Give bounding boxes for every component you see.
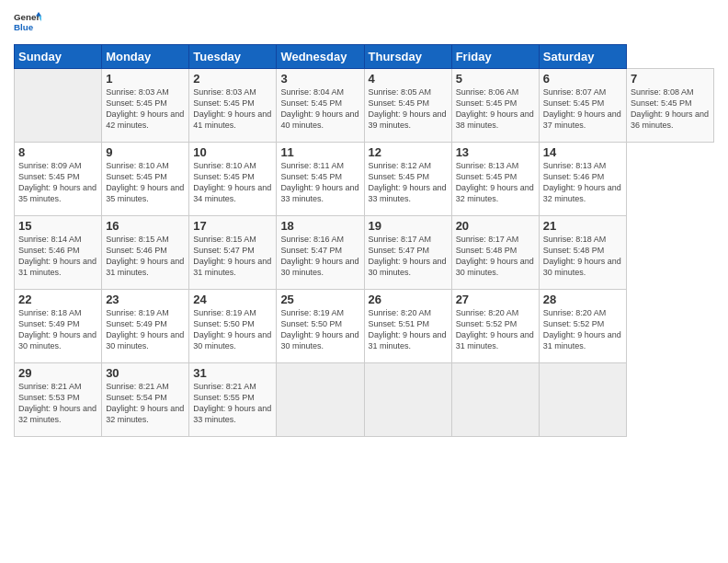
day-number: 26	[369, 293, 448, 306]
page: General Blue SundayMondayTuesdayWednesda…	[0, 0, 728, 563]
day-number: 7	[631, 72, 710, 86]
day-number: 19	[369, 219, 448, 233]
day-cell: 2Sunrise: 8:03 AMSunset: 5:45 PMDaylight…	[189, 69, 277, 143]
col-header-friday: Friday	[451, 45, 539, 69]
day-info: Sunrise: 8:15 AMSunset: 5:47 PMDaylight:…	[193, 234, 272, 279]
day-info: Sunrise: 8:07 AMSunset: 5:45 PMDaylight:…	[543, 86, 622, 132]
svg-text:Blue: Blue	[14, 22, 34, 32]
day-info: Sunrise: 8:19 AMSunset: 5:50 PMDaylight:…	[280, 307, 359, 352]
week-row-0: 1Sunrise: 8:03 AMSunset: 5:45 PMDaylight…	[15, 69, 714, 143]
day-number: 10	[193, 145, 272, 159]
day-cell: 14Sunrise: 8:13 AMSunset: 5:46 PMDayligh…	[539, 143, 626, 216]
day-number: 23	[106, 293, 185, 306]
day-info: Sunrise: 8:10 AMSunset: 5:45 PMDaylight:…	[193, 160, 272, 205]
day-number: 25	[280, 293, 359, 306]
day-cell: 29Sunrise: 8:21 AMSunset: 5:53 PMDayligh…	[15, 363, 102, 437]
day-cell: 4Sunrise: 8:05 AMSunset: 5:45 PMDaylight…	[364, 69, 451, 143]
week-row-4: 29Sunrise: 8:21 AMSunset: 5:53 PMDayligh…	[15, 363, 714, 437]
day-cell: 22Sunrise: 8:18 AMSunset: 5:49 PMDayligh…	[15, 290, 102, 363]
day-number: 12	[369, 145, 448, 159]
day-number: 11	[280, 145, 359, 159]
calendar-table: SundayMondayTuesdayWednesdayThursdayFrid…	[14, 44, 714, 437]
day-number: 24	[193, 293, 272, 306]
day-cell: 13Sunrise: 8:13 AMSunset: 5:45 PMDayligh…	[451, 143, 539, 216]
day-number: 15	[18, 219, 97, 233]
col-header-wednesday: Wednesday	[277, 45, 364, 69]
day-cell: 17Sunrise: 8:15 AMSunset: 5:47 PMDayligh…	[189, 216, 277, 290]
logo: General Blue	[14, 9, 41, 37]
day-cell: 10Sunrise: 8:10 AMSunset: 5:45 PMDayligh…	[189, 143, 277, 216]
day-info: Sunrise: 8:14 AMSunset: 5:46 PMDaylight:…	[18, 234, 97, 279]
col-header-thursday: Thursday	[364, 45, 451, 69]
day-number: 30	[106, 366, 185, 380]
day-info: Sunrise: 8:20 AMSunset: 5:52 PMDaylight:…	[543, 307, 622, 352]
day-cell: 1Sunrise: 8:03 AMSunset: 5:45 PMDaylight…	[102, 69, 189, 143]
day-number: 31	[193, 366, 272, 380]
day-cell	[364, 363, 451, 437]
day-number: 21	[543, 219, 622, 233]
day-cell: 31Sunrise: 8:21 AMSunset: 5:55 PMDayligh…	[189, 363, 277, 437]
day-info: Sunrise: 8:18 AMSunset: 5:48 PMDaylight:…	[543, 234, 622, 279]
day-cell	[277, 363, 364, 437]
col-header-saturday: Saturday	[539, 45, 626, 69]
day-cell: 16Sunrise: 8:15 AMSunset: 5:46 PMDayligh…	[102, 216, 189, 290]
day-cell: 15Sunrise: 8:14 AMSunset: 5:46 PMDayligh…	[15, 216, 102, 290]
week-row-1: 8Sunrise: 8:09 AMSunset: 5:45 PMDaylight…	[15, 143, 714, 216]
day-number: 22	[18, 293, 97, 306]
day-cell: 19Sunrise: 8:17 AMSunset: 5:47 PMDayligh…	[364, 216, 451, 290]
day-cell: 24Sunrise: 8:19 AMSunset: 5:50 PMDayligh…	[189, 290, 277, 363]
day-cell: 30Sunrise: 8:21 AMSunset: 5:54 PMDayligh…	[102, 363, 189, 437]
day-info: Sunrise: 8:17 AMSunset: 5:48 PMDaylight:…	[456, 234, 535, 279]
col-header-monday: Monday	[102, 45, 189, 69]
day-info: Sunrise: 8:20 AMSunset: 5:51 PMDaylight:…	[369, 307, 448, 352]
day-info: Sunrise: 8:08 AMSunset: 5:45 PMDaylight:…	[631, 86, 710, 132]
day-info: Sunrise: 8:20 AMSunset: 5:52 PMDaylight:…	[456, 307, 535, 352]
day-cell: 21Sunrise: 8:18 AMSunset: 5:48 PMDayligh…	[539, 216, 626, 290]
day-number: 29	[18, 366, 97, 380]
empty-cell	[15, 69, 102, 143]
day-number: 4	[369, 72, 448, 86]
day-number: 17	[193, 219, 272, 233]
day-info: Sunrise: 8:03 AMSunset: 5:45 PMDaylight:…	[193, 86, 272, 132]
day-number: 27	[456, 293, 535, 306]
day-info: Sunrise: 8:18 AMSunset: 5:49 PMDaylight:…	[18, 307, 97, 352]
day-number: 16	[106, 219, 185, 233]
day-cell: 7Sunrise: 8:08 AMSunset: 5:45 PMDaylight…	[626, 69, 713, 143]
day-number: 5	[456, 72, 535, 86]
day-cell: 23Sunrise: 8:19 AMSunset: 5:49 PMDayligh…	[102, 290, 189, 363]
day-info: Sunrise: 8:05 AMSunset: 5:45 PMDaylight:…	[369, 86, 448, 132]
col-header-tuesday: Tuesday	[189, 45, 277, 69]
week-row-2: 15Sunrise: 8:14 AMSunset: 5:46 PMDayligh…	[15, 216, 714, 290]
day-cell: 8Sunrise: 8:09 AMSunset: 5:45 PMDaylight…	[15, 143, 102, 216]
day-number: 9	[106, 145, 185, 159]
day-info: Sunrise: 8:21 AMSunset: 5:53 PMDaylight:…	[18, 381, 97, 426]
day-cell	[451, 363, 539, 437]
day-info: Sunrise: 8:16 AMSunset: 5:47 PMDaylight:…	[280, 234, 359, 279]
day-cell: 6Sunrise: 8:07 AMSunset: 5:45 PMDaylight…	[539, 69, 626, 143]
header: General Blue	[14, 9, 714, 37]
day-info: Sunrise: 8:12 AMSunset: 5:45 PMDaylight:…	[369, 160, 448, 205]
day-cell: 9Sunrise: 8:10 AMSunset: 5:45 PMDaylight…	[102, 143, 189, 216]
day-number: 2	[193, 72, 272, 86]
day-info: Sunrise: 8:13 AMSunset: 5:46 PMDaylight:…	[543, 160, 622, 205]
day-info: Sunrise: 8:09 AMSunset: 5:45 PMDaylight:…	[18, 160, 97, 205]
col-header-sunday: Sunday	[15, 45, 102, 69]
day-number: 6	[543, 72, 622, 86]
day-info: Sunrise: 8:03 AMSunset: 5:45 PMDaylight:…	[106, 86, 185, 132]
day-info: Sunrise: 8:15 AMSunset: 5:46 PMDaylight:…	[106, 234, 185, 279]
day-info: Sunrise: 8:21 AMSunset: 5:55 PMDaylight:…	[193, 381, 272, 426]
day-cell: 28Sunrise: 8:20 AMSunset: 5:52 PMDayligh…	[539, 290, 626, 363]
day-info: Sunrise: 8:10 AMSunset: 5:45 PMDaylight:…	[106, 160, 185, 205]
day-cell: 5Sunrise: 8:06 AMSunset: 5:45 PMDaylight…	[451, 69, 539, 143]
logo-icon: General Blue	[14, 9, 41, 37]
day-info: Sunrise: 8:19 AMSunset: 5:50 PMDaylight:…	[193, 307, 272, 352]
day-cell: 26Sunrise: 8:20 AMSunset: 5:51 PMDayligh…	[364, 290, 451, 363]
week-row-3: 22Sunrise: 8:18 AMSunset: 5:49 PMDayligh…	[15, 290, 714, 363]
day-cell: 11Sunrise: 8:11 AMSunset: 5:45 PMDayligh…	[277, 143, 364, 216]
day-info: Sunrise: 8:19 AMSunset: 5:49 PMDaylight:…	[106, 307, 185, 352]
day-cell	[539, 363, 626, 437]
svg-text:General: General	[14, 12, 41, 22]
day-cell: 18Sunrise: 8:16 AMSunset: 5:47 PMDayligh…	[277, 216, 364, 290]
day-number: 28	[543, 293, 622, 306]
day-info: Sunrise: 8:04 AMSunset: 5:45 PMDaylight:…	[280, 86, 359, 132]
